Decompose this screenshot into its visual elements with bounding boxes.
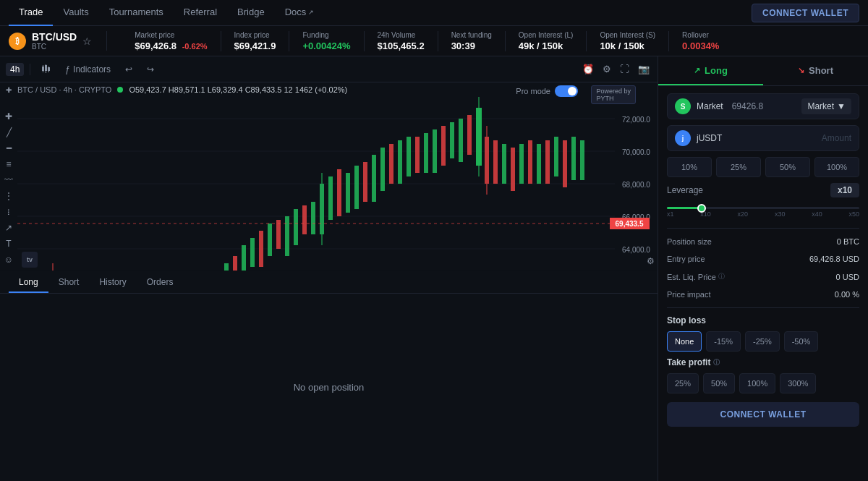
redo-btn[interactable]: ↪ bbox=[142, 62, 158, 77]
svg-rect-9 bbox=[0, 82, 658, 271]
svg-rect-48 bbox=[268, 224, 272, 256]
svg-rect-44 bbox=[233, 256, 237, 271]
svg-rect-72 bbox=[459, 119, 463, 162]
timeframe-4h[interactable]: 4h bbox=[6, 63, 24, 76]
svg-rect-82 bbox=[511, 148, 515, 191]
svg-rect-88 bbox=[563, 140, 567, 187]
market-label: Market bbox=[697, 101, 723, 111]
camera-icon-btn[interactable]: 📷 bbox=[636, 61, 652, 77]
svg-rect-45 bbox=[242, 245, 246, 271]
pro-mode-toggle[interactable] bbox=[555, 85, 578, 97]
svg-rect-61 bbox=[363, 162, 367, 202]
empty-position-message: No open position bbox=[294, 382, 365, 393]
arrow-tool[interactable]: ↗ bbox=[1, 223, 16, 233]
tick-x40: x40 bbox=[812, 210, 822, 218]
svg-rect-85 bbox=[537, 144, 541, 184]
sl-50[interactable]: -50% bbox=[784, 331, 819, 352]
entry-price-label: Entry price bbox=[667, 255, 705, 263]
tp-50[interactable]: 50% bbox=[703, 373, 735, 393]
tp-100[interactable]: 100% bbox=[739, 373, 775, 393]
chart-bottom-icon[interactable]: ⚙ bbox=[647, 256, 655, 266]
btc-icon: ₿ bbox=[9, 33, 26, 50]
clock-icon-btn[interactable]: ⏰ bbox=[580, 61, 596, 77]
stat-index-price: Index price $69,421.9 bbox=[221, 31, 290, 51]
market-type-dropdown[interactable]: Market ▼ bbox=[801, 98, 851, 114]
svg-text:68,000.0: 68,000.0 bbox=[622, 181, 650, 189]
sl-none[interactable]: None bbox=[667, 331, 702, 352]
top-nav: Trade Vaults Tournaments Referral Bridge… bbox=[0, 0, 868, 26]
sl-15[interactable]: -15% bbox=[706, 331, 741, 352]
channel-tool[interactable]: ⫶ bbox=[1, 207, 16, 217]
svg-rect-62 bbox=[372, 155, 376, 202]
settings-icon-btn[interactable]: ⚙ bbox=[600, 61, 613, 77]
divider bbox=[667, 228, 859, 229]
crosshair-tool[interactable]: ✚ bbox=[1, 111, 16, 122]
external-link-icon: ↗ bbox=[308, 9, 314, 16]
sl-25[interactable]: -25% bbox=[745, 331, 780, 352]
slider-track bbox=[667, 207, 859, 209]
long-tab[interactable]: ↗ Long bbox=[658, 56, 763, 85]
connect-wallet-button[interactable]: CONNECT WALLET bbox=[752, 4, 859, 22]
position-size-value: 0 BTC bbox=[837, 237, 859, 246]
slider-ticks: x1 x10 x20 x30 x40 x50 bbox=[667, 210, 859, 218]
svg-rect-2 bbox=[48, 67, 50, 71]
pct-25[interactable]: 25% bbox=[716, 157, 761, 177]
amount-input[interactable]: Amount bbox=[822, 133, 851, 143]
line-tool[interactable]: ╱ bbox=[1, 127, 16, 137]
pyth-badge: Powered byPYTH bbox=[591, 85, 636, 104]
tp-300[interactable]: 300% bbox=[780, 373, 816, 393]
svg-rect-49 bbox=[276, 220, 281, 249]
tab-orders[interactable]: Orders bbox=[137, 277, 184, 293]
price-impact-row: Price impact 0.00 % bbox=[667, 289, 859, 300]
brush-tool[interactable]: 〰 bbox=[1, 175, 16, 185]
liq-info-icon: ⓘ bbox=[718, 272, 725, 281]
svg-rect-80 bbox=[493, 140, 498, 184]
stat-funding: Funding +0.00424% bbox=[289, 31, 364, 51]
pct-100[interactable]: 100% bbox=[814, 157, 859, 177]
fullscreen-icon-btn[interactable]: ⛶ bbox=[618, 61, 631, 77]
pct-10[interactable]: 10% bbox=[667, 157, 712, 177]
svg-rect-51 bbox=[294, 209, 298, 245]
divider-2 bbox=[667, 307, 859, 308]
slider-fill bbox=[667, 207, 702, 209]
market-asset[interactable]: ₿ BTC/USD BTC ☆ bbox=[9, 31, 107, 51]
nav-referral[interactable]: Referral bbox=[174, 0, 227, 26]
hline-tool[interactable]: ━ bbox=[1, 143, 16, 153]
indicators-btn[interactable]: ƒ 4h Indicators bbox=[61, 62, 115, 77]
svg-rect-57 bbox=[328, 176, 333, 220]
svg-rect-50 bbox=[285, 216, 289, 256]
favorite-icon[interactable]: ☆ bbox=[82, 35, 92, 47]
short-label: Short bbox=[809, 65, 833, 76]
text-tool[interactable]: T bbox=[1, 239, 16, 249]
price-impact-value: 0.00 % bbox=[835, 290, 859, 299]
tick-x20: x20 bbox=[738, 210, 749, 218]
svg-rect-54 bbox=[320, 184, 324, 234]
candles-icon bbox=[41, 64, 51, 75]
emoji-tool[interactable]: ☺ bbox=[1, 255, 16, 265]
live-dot bbox=[117, 87, 123, 93]
svg-rect-0 bbox=[42, 67, 44, 71]
nav-docs[interactable]: Docs ↗ bbox=[275, 0, 325, 26]
nav-vaults[interactable]: Vaults bbox=[53, 0, 98, 26]
tab-short[interactable]: Short bbox=[48, 277, 90, 293]
long-arrow-icon: ↗ bbox=[694, 66, 700, 75]
nav-trade[interactable]: Trade bbox=[9, 0, 53, 26]
stop-loss-title: Stop loss bbox=[667, 315, 859, 325]
chart-type-btn[interactable] bbox=[36, 62, 55, 77]
tab-history[interactable]: History bbox=[89, 277, 136, 293]
nav-bridge[interactable]: Bridge bbox=[227, 0, 275, 26]
svg-rect-43 bbox=[224, 263, 229, 271]
jusdt-icon: j bbox=[675, 130, 691, 146]
fib-tool[interactable]: ⋮ bbox=[1, 191, 16, 201]
tp-25[interactable]: 25% bbox=[667, 373, 699, 393]
slider-thumb[interactable] bbox=[697, 204, 706, 213]
market-bar: ₿ BTC/USD BTC ☆ Market price $69,426.8 -… bbox=[0, 26, 868, 56]
tab-long[interactable]: Long bbox=[9, 277, 48, 293]
undo-btn[interactable]: ↩ bbox=[121, 62, 137, 77]
short-tab[interactable]: ↘ Short bbox=[763, 56, 868, 85]
nav-tournaments[interactable]: Tournaments bbox=[99, 0, 174, 26]
pct-50[interactable]: 50% bbox=[765, 157, 810, 177]
multi-line-tool[interactable]: ≡ bbox=[1, 159, 16, 169]
connect-wallet-panel-button[interactable]: CONNECT WALLET bbox=[667, 402, 859, 427]
leverage-slider-container[interactable]: x1 x10 x20 x30 x40 x50 bbox=[667, 203, 859, 221]
